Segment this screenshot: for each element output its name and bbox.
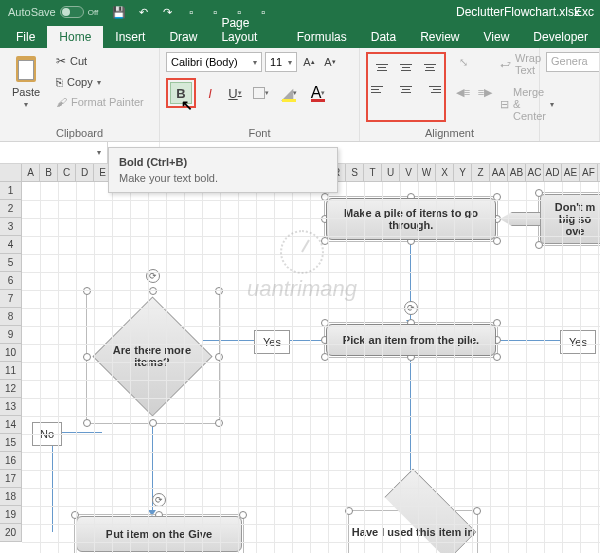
tab-home[interactable]: Home bbox=[47, 26, 103, 48]
tab-developer[interactable]: Developer bbox=[521, 26, 600, 48]
col-header[interactable]: W bbox=[418, 164, 436, 181]
col-header[interactable]: AC bbox=[526, 164, 544, 181]
tab-review[interactable]: Review bbox=[408, 26, 471, 48]
align-top-center[interactable] bbox=[395, 57, 417, 77]
row-header[interactable]: 2 bbox=[0, 200, 22, 218]
align-top-left[interactable] bbox=[371, 57, 393, 77]
row-header[interactable]: 10 bbox=[0, 344, 22, 362]
toggle-off-icon[interactable] bbox=[60, 6, 84, 18]
flowchart-label-yes[interactable]: Yes bbox=[560, 330, 596, 354]
undo-icon[interactable]: ↶ bbox=[136, 5, 150, 19]
tab-data[interactable]: Data bbox=[359, 26, 408, 48]
row-header[interactable]: 15 bbox=[0, 434, 22, 452]
bold-button[interactable]: B ↖ bbox=[170, 82, 192, 104]
underline-button[interactable]: U▾ bbox=[224, 82, 246, 104]
autosave-toggle[interactable]: AutoSave Off bbox=[8, 6, 98, 18]
clipboard-group: Paste ▾ ✂Cut ⎘Copy ▾ 🖌Format Painter Cli… bbox=[0, 48, 160, 141]
row-header[interactable]: 6 bbox=[0, 272, 22, 290]
row-header[interactable]: 20 bbox=[0, 524, 22, 542]
flowchart-process-pile[interactable]: Make a pile of items to go through. bbox=[326, 198, 496, 240]
row-headers: 1 2 3 4 5 6 7 8 9 10 11 12 13 14 15 16 1… bbox=[0, 182, 22, 542]
tab-page-layout[interactable]: Page Layout bbox=[209, 12, 284, 48]
copy-icon: ⎘ bbox=[56, 76, 63, 88]
font-color-button[interactable]: A▾ bbox=[305, 82, 331, 104]
row-header[interactable]: 7 bbox=[0, 290, 22, 308]
row-header[interactable]: 8 bbox=[0, 308, 22, 326]
name-box[interactable]: ▾ bbox=[0, 142, 108, 163]
col-header[interactable]: AD bbox=[544, 164, 562, 181]
decrease-indent-button[interactable]: ◀≡ bbox=[454, 82, 472, 102]
format-painter-label: Format Painter bbox=[71, 96, 144, 108]
row-header[interactable]: 5 bbox=[0, 254, 22, 272]
increase-indent-button[interactable]: ≡▶ bbox=[476, 82, 494, 102]
font-size-dropdown[interactable]: 11▾ bbox=[265, 52, 297, 72]
row-header[interactable]: 13 bbox=[0, 398, 22, 416]
col-header[interactable]: Z bbox=[472, 164, 490, 181]
decrease-font-button[interactable]: A▾ bbox=[321, 52, 339, 72]
rotate-handle-icon[interactable]: ⟳ bbox=[152, 493, 166, 507]
tab-file[interactable]: File bbox=[4, 26, 47, 48]
cut-button[interactable]: ✂Cut bbox=[52, 52, 148, 70]
col-header[interactable]: Y bbox=[454, 164, 472, 181]
col-header[interactable]: AE bbox=[562, 164, 580, 181]
row-header[interactable]: 14 bbox=[0, 416, 22, 434]
align-center[interactable] bbox=[395, 79, 417, 99]
fill-color-button[interactable]: ◢▾ bbox=[276, 82, 302, 104]
increase-font-button[interactable]: A▴ bbox=[300, 52, 318, 72]
row-header[interactable]: 3 bbox=[0, 218, 22, 236]
col-header[interactable]: C bbox=[58, 164, 76, 181]
autosave-label: AutoSave bbox=[8, 6, 56, 18]
col-header[interactable]: B bbox=[40, 164, 58, 181]
row-header[interactable]: 17 bbox=[0, 470, 22, 488]
align-top-right[interactable] bbox=[419, 57, 441, 77]
col-header[interactable]: A bbox=[22, 164, 40, 181]
alignment-group-label: Alignment bbox=[366, 125, 533, 139]
flowchart-label-yes[interactable]: Yes bbox=[254, 330, 290, 354]
row-header[interactable]: 12 bbox=[0, 380, 22, 398]
col-header[interactable]: X bbox=[436, 164, 454, 181]
col-header[interactable]: T bbox=[364, 164, 382, 181]
row-header[interactable]: 16 bbox=[0, 452, 22, 470]
redo-icon[interactable]: ↷ bbox=[160, 5, 174, 19]
row-header[interactable]: 4 bbox=[0, 236, 22, 254]
format-painter-button[interactable]: 🖌Format Painter bbox=[52, 94, 148, 110]
row-header[interactable]: 1 bbox=[0, 182, 22, 200]
col-header[interactable]: V bbox=[400, 164, 418, 181]
paste-button[interactable]: Paste ▾ bbox=[6, 52, 46, 110]
shape-text: Have I used this item in bbox=[352, 526, 474, 538]
italic-button[interactable]: I bbox=[199, 82, 221, 104]
row-header[interactable]: 18 bbox=[0, 488, 22, 506]
row-header[interactable]: 11 bbox=[0, 362, 22, 380]
tab-view[interactable]: View bbox=[472, 26, 522, 48]
select-all-corner[interactable] bbox=[0, 164, 22, 181]
flowchart-decision-have[interactable]: Have I used this item in bbox=[350, 512, 476, 552]
row-header[interactable]: 9 bbox=[0, 326, 22, 344]
tab-draw[interactable]: Draw bbox=[157, 26, 209, 48]
flowchart-process-pick[interactable]: Pick an item from the pile. bbox=[326, 324, 496, 356]
tab-insert[interactable]: Insert bbox=[103, 26, 157, 48]
flowchart-process-put[interactable]: Put item on the Give bbox=[76, 516, 242, 552]
col-header[interactable]: AA bbox=[490, 164, 508, 181]
row-header[interactable]: 19 bbox=[0, 506, 22, 524]
copy-button[interactable]: ⎘Copy ▾ bbox=[52, 74, 148, 90]
tab-formulas[interactable]: Formulas bbox=[285, 26, 359, 48]
col-header[interactable]: S bbox=[346, 164, 364, 181]
save-icon[interactable]: 💾 bbox=[112, 5, 126, 19]
merge-icon: ⊟ bbox=[500, 98, 509, 111]
wrap-icon: ⮐ bbox=[500, 58, 511, 70]
col-header[interactable]: AB bbox=[508, 164, 526, 181]
qat-icon-4[interactable]: ▫ bbox=[184, 5, 198, 19]
col-header[interactable]: U bbox=[382, 164, 400, 181]
bold-highlight-box: B ↖ bbox=[166, 78, 196, 108]
align-right[interactable] bbox=[419, 79, 441, 99]
col-header[interactable]: D bbox=[76, 164, 94, 181]
number-format-dropdown[interactable]: Genera bbox=[546, 52, 600, 72]
cells[interactable]: /* drawn via JS below */ uantrimang Make… bbox=[22, 182, 600, 553]
align-left[interactable] bbox=[371, 79, 393, 99]
font-name-dropdown[interactable]: Calibri (Body)▾ bbox=[166, 52, 262, 72]
copy-label: Copy bbox=[67, 76, 93, 88]
border-button[interactable]: ▾ bbox=[249, 82, 273, 104]
col-header[interactable]: AF bbox=[580, 164, 598, 181]
worksheet-grid[interactable]: 1 2 3 4 5 6 7 8 9 10 11 12 13 14 15 16 1… bbox=[0, 182, 600, 553]
orientation-button[interactable]: ⤡ bbox=[454, 52, 472, 72]
